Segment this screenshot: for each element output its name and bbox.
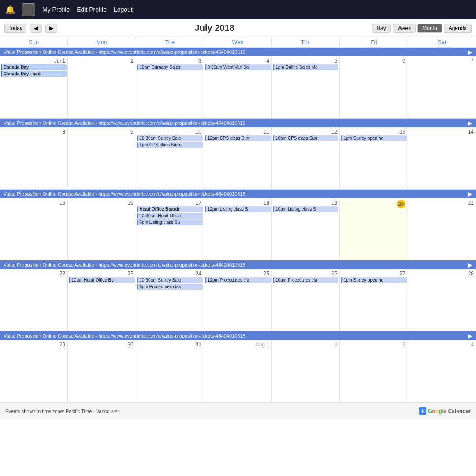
day-jul14[interactable]: 14 [408,127,476,189]
day-jul15[interactable]: 15 [0,198,68,260]
day-num-aug1: Aug 1 [205,341,271,348]
prev-button[interactable]: ◀ [30,24,42,33]
event-online-sales[interactable]: 1pm Online Sales Me [273,64,338,70]
agenda-view-button[interactable]: Agenda [444,24,472,33]
edit-profile-link[interactable]: Edit Profile [77,6,107,13]
day-jul20[interactable]: 20 [340,198,408,260]
event-surrey-sale-10[interactable]: 10:30am Surrey Sale [137,135,203,141]
day-jul1[interactable]: Jul 1 Canada Day Canada Day - addi [0,56,68,118]
event-cps-surr-12pm[interactable]: 12pm CPS class Surr [205,135,271,141]
day-jul22[interactable]: 22 [0,269,68,331]
day-num-jul19: 19 [273,199,338,206]
day-jul13[interactable]: 13 1pm Surrey open ho [340,127,408,189]
day-num-jul6: 6 [341,57,406,64]
next-button[interactable]: ▶ [45,24,57,33]
day-jul4[interactable]: 4 9:30am West Van Sa [204,56,272,118]
day-num-jul8: 8 [1,128,67,135]
week-view-button[interactable]: Week [393,24,416,33]
calendar-header-bar: Today ◀ ▶ July 2018 Day Week Month Agend… [0,19,476,37]
header-tue: Tue [136,37,204,47]
day-aug1[interactable]: Aug 1 [204,340,272,402]
week-banner-3[interactable]: Value Proposition Online Course Availabl… [0,190,476,198]
event-west-van[interactable]: 9:30am West Van Sa [205,64,271,70]
bell-icon[interactable]: 🔔 [5,5,15,15]
week-banner-1[interactable]: Value Proposition Online Course Availabl… [0,48,476,56]
day-num-jul27: 27 [341,270,406,277]
banner-arrow-4: ▶ [468,261,472,268]
day-num-jul16: 16 [69,199,134,206]
day-aug2[interactable]: 2 [272,340,340,402]
day-jul30[interactable]: 30 [68,340,136,402]
day-jul3[interactable]: 3 10am Burnaby Sales [136,56,204,118]
month-view-button[interactable]: Month [417,24,442,33]
day-jul16[interactable]: 16 [68,198,136,260]
event-surrey-open-27[interactable]: 1pm Surrey open ho [341,277,406,283]
event-cps-surr-10am[interactable]: 10am CPS class Surr [273,135,338,141]
day-jul31[interactable]: 31 [136,340,204,402]
week-banner-5[interactable]: Value Proposition Online Course Availabl… [0,331,476,340]
my-profile-link[interactable]: My Profile [42,6,70,13]
event-listing-6pm[interactable]: 6pm Listing class Su [137,219,203,225]
day-jul12[interactable]: 12 10am CPS class Surr [272,127,340,189]
day-jul5[interactable]: 5 1pm Online Sales Me [272,56,340,118]
event-head-office-bo[interactable]: 10am Head Office Bo [69,277,134,283]
event-listing-12pm[interactable]: 12pm Listing class S [205,206,271,212]
week-banner-2[interactable]: Value Proposition Online Course Availabl… [0,119,476,127]
event-cps-surre-6pm[interactable]: 6pm CPS class Surre [137,142,203,148]
today-button[interactable]: Today [4,24,26,33]
day-num-jul29: 29 [1,341,67,348]
day-jul10[interactable]: 10 10:30am Surrey Sale 6pm CPS class Sur… [136,127,204,189]
calendar-text: Calendar [448,408,471,414]
day-jul9[interactable]: 9 [68,127,136,189]
day-num-jul24: 24 [137,270,203,277]
day-num-jul15: 15 [1,199,67,206]
day-jul2[interactable]: 2 [68,56,136,118]
day-aug3[interactable]: 3 [340,340,408,402]
day-view-button[interactable]: Day [372,24,390,33]
week-row-2: Value Proposition Online Course Availabl… [0,119,476,190]
day-jul18[interactable]: 18 12pm Listing class S [204,198,272,260]
day-num-jul21: 21 [409,199,475,206]
google-plus-icon: + [419,407,427,415]
day-num-aug4: 4 [409,341,475,348]
day-num-jul3: 3 [137,57,203,64]
day-jul8[interactable]: 8 [0,127,68,189]
day-jul21[interactable]: 21 [408,198,476,260]
day-jul26[interactable]: 26 10am Procedures cla [272,269,340,331]
day-jul28[interactable]: 28 [408,269,476,331]
logout-link[interactable]: Logout [114,6,133,13]
banner-arrow-2: ▶ [468,119,472,126]
day-num-jul30: 30 [69,341,134,348]
event-surrey-open-1pm[interactable]: 1pm Surrey open ho [341,135,406,141]
event-procedures-10am[interactable]: 10am Procedures cla [273,277,338,283]
day-jul24[interactable]: 24 10:30am Surrey Sale 6pm Procedures cl… [136,269,204,331]
day-jul7[interactable]: 7 [408,56,476,118]
event-procedures-6pm[interactable]: 6pm Procedures clas [137,284,203,290]
avatar[interactable] [22,3,35,16]
day-jul17[interactable]: 17 Head Office Boardr 10:30am Head Offic… [136,198,204,260]
day-jul11[interactable]: 11 12pm CPS class Surr [204,127,272,189]
day-aug4[interactable]: 4 [408,340,476,402]
week-banner-4[interactable]: Value Proposition Online Course Availabl… [0,260,476,269]
day-num-jul2: 2 [69,57,134,64]
event-canada-day[interactable]: Canada Day [1,64,67,70]
week-row-3: Value Proposition Online Course Availabl… [0,190,476,260]
event-procedures-12pm[interactable]: 12pm Procedures cla [205,277,271,283]
day-num-jul31: 31 [137,341,203,348]
day-jul19[interactable]: 19 10am Listing class S [272,198,340,260]
view-buttons: Day Week Month Agenda [372,24,472,33]
event-head-office-1030[interactable]: 10:30am Head Office [137,213,203,219]
top-navigation: 🔔 My Profile Edit Profile Logout [0,0,476,19]
banner-text-4: Value Proposition Online Course Availabl… [4,262,245,268]
event-burnaby-sales[interactable]: 10am Burnaby Sales [137,64,203,70]
header-mon: Mon [68,37,136,47]
day-jul27[interactable]: 27 1pm Surrey open ho [340,269,408,331]
event-surrey-sale-24[interactable]: 10:30am Surrey Sale [137,277,203,283]
day-jul29[interactable]: 29 [0,340,68,402]
day-jul25[interactable]: 25 12pm Procedures cla [204,269,272,331]
event-head-office-board[interactable]: Head Office Boardr [137,206,203,212]
day-jul6[interactable]: 6 [340,56,408,118]
day-jul23[interactable]: 23 10am Head Office Bo [68,269,136,331]
event-listing-10am[interactable]: 10am Listing class S [273,206,338,212]
event-canada-day-add[interactable]: Canada Day - addi [1,71,67,77]
